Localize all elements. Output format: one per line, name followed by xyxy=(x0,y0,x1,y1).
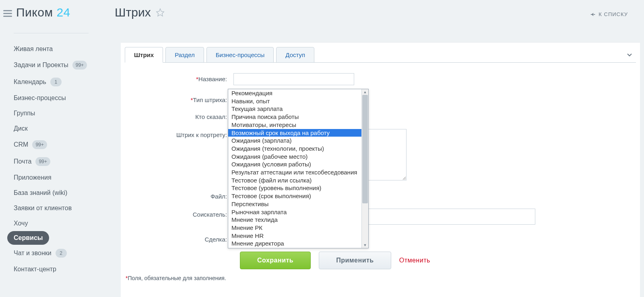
sidebar-item-3[interactable]: Бизнес-процессы xyxy=(14,90,105,106)
tabs: ШтрихРазделБизнес-процессыДоступ xyxy=(121,47,640,62)
dropdown-option[interactable]: Ожидания (технологии, проекты) xyxy=(228,145,361,153)
type-dropdown[interactable]: РекомендацияНавыки, опытТекущая зарплата… xyxy=(228,89,369,248)
dropdown-option[interactable]: Рекомендация xyxy=(228,89,361,97)
label-who: Кто сказал: xyxy=(133,111,233,120)
menu-toggle-icon[interactable] xyxy=(3,10,12,17)
sidebar-item-label: Календарь xyxy=(14,78,46,86)
save-button[interactable]: Сохранить xyxy=(240,252,311,269)
dropdown-option[interactable]: Навыки, опыт xyxy=(228,97,361,105)
sidebar-item-label: Хочу xyxy=(14,220,28,227)
scroll-thumb[interactable] xyxy=(362,95,368,203)
scroll-down-icon[interactable]: ▼ xyxy=(362,242,368,248)
label-portrait: Штрих к портрету: xyxy=(133,129,233,138)
sidebar-badge: 99+ xyxy=(72,61,87,70)
sidebar-item-0[interactable]: Живая лента xyxy=(14,41,105,57)
label-file: Файл: xyxy=(133,190,233,200)
apply-button[interactable]: Применить xyxy=(319,252,391,269)
header: Пиком 24 Штрих К СПИСКУ xyxy=(0,0,644,28)
sidebar: Живая лентаЗадачи и Проекты99+Календарь1… xyxy=(0,28,105,297)
sidebar-item-label: Группы xyxy=(14,110,35,117)
label-type: *Тип штриха: xyxy=(133,94,233,103)
sidebar-item-2[interactable]: Календарь1 xyxy=(14,74,105,90)
sidebar-item-label: Приложения xyxy=(14,174,52,181)
dropdown-option[interactable]: Рыночная зарплата xyxy=(228,208,361,216)
back-arrow-icon xyxy=(590,12,596,17)
sidebar-item-14[interactable]: Контакт-центр xyxy=(14,262,105,277)
app-name-accent: 24 xyxy=(56,6,70,19)
sidebar-item-label: CRM xyxy=(14,141,28,148)
dropdown-option[interactable]: Результат аттестации или техсобеседовани… xyxy=(228,168,361,176)
dropdown-option[interactable]: Тестовое (срок выполнения) xyxy=(228,192,361,200)
sidebar-item-label: Задачи и Проекты xyxy=(14,61,68,69)
required-footnote: *Поля, обязательные для заполнения. xyxy=(126,275,640,281)
sidebar-item-9[interactable]: База знаний (wiki) xyxy=(14,185,105,201)
type-dropdown-list: РекомендацияНавыки, опытТекущая зарплата… xyxy=(228,89,361,248)
cancel-button[interactable]: Отменить xyxy=(399,252,430,269)
sidebar-item-label: Бизнес-процессы xyxy=(14,94,66,102)
label-applicant: Соискатель: xyxy=(133,209,233,218)
sidebar-item-6[interactable]: CRM99+ xyxy=(14,136,105,153)
dropdown-option[interactable]: Мнение директора xyxy=(228,240,361,248)
dropdown-option[interactable]: Ожидания (рабочее место) xyxy=(228,153,361,161)
back-to-list-link[interactable]: К СПИСКУ xyxy=(590,11,628,17)
tabs-more-icon[interactable] xyxy=(627,51,632,58)
tab-3[interactable]: Доступ xyxy=(276,47,314,63)
sidebar-item-label: Чат и звонки xyxy=(14,250,52,257)
sidebar-item-5[interactable]: Диск xyxy=(14,121,105,136)
sidebar-item-4[interactable]: Группы xyxy=(14,106,105,121)
input-name[interactable] xyxy=(233,73,354,85)
sidebar-badge: 1 xyxy=(50,78,62,86)
main-panel: ШтрихРазделБизнес-процессыДоступ *Назван… xyxy=(121,42,640,297)
dropdown-option[interactable]: Возможный срок выхода на работу xyxy=(228,129,361,137)
sidebar-item-label: Сервисы xyxy=(14,234,43,242)
dropdown-option[interactable]: Тестовое (уровень выполнения) xyxy=(228,184,361,192)
page-title: Штрих xyxy=(115,6,151,19)
sidebar-badge: 99+ xyxy=(32,140,47,149)
dropdown-option[interactable]: Ожидания (зарплата) xyxy=(228,137,361,145)
dropdown-option[interactable]: Мнение техлида xyxy=(228,216,361,224)
sidebar-item-13[interactable]: Чат и звонки2 xyxy=(14,245,105,262)
sidebar-item-label: Живая лента xyxy=(14,45,53,53)
tab-1[interactable]: Раздел xyxy=(165,47,204,63)
dropdown-option[interactable]: Тестовое (файл или ссылка) xyxy=(228,176,361,184)
sidebar-item-7[interactable]: Почта99+ xyxy=(14,153,105,170)
sidebar-item-label: База знаний (wiki) xyxy=(14,189,67,197)
app-logo[interactable]: Пиком 24 xyxy=(16,6,70,19)
tab-2[interactable]: Бизнес-процессы xyxy=(206,47,274,63)
dropdown-option[interactable]: Мнение HR xyxy=(228,232,361,240)
dropdown-option[interactable]: Ожидания (условия работы) xyxy=(228,160,361,168)
dropdown-option[interactable]: Мнение РК xyxy=(228,224,361,232)
dropdown-scrollbar[interactable]: ▲ ▼ xyxy=(361,89,368,248)
app-name-main: Пиком xyxy=(16,6,53,19)
sidebar-item-label: Диск xyxy=(14,125,28,132)
back-link-label: К СПИСКУ xyxy=(599,11,628,17)
sidebar-badge: 99+ xyxy=(35,157,50,166)
sidebar-badge: 2 xyxy=(56,249,67,258)
dropdown-option[interactable]: Перспективы xyxy=(228,200,361,208)
dropdown-option[interactable]: Текущая зарплата xyxy=(228,105,361,113)
sidebar-item-label: Заявки от клиентов xyxy=(14,205,72,212)
sidebar-item-label: Контакт-центр xyxy=(14,266,56,273)
sidebar-item-8[interactable]: Приложения xyxy=(14,170,105,185)
scroll-up-icon[interactable]: ▲ xyxy=(362,89,368,95)
sidebar-item-11[interactable]: Хочу xyxy=(14,216,105,231)
sidebar-divider xyxy=(14,33,89,33)
form: *Название: *Тип штриха: (не установлено)… xyxy=(121,63,640,269)
sidebar-item-1[interactable]: Задачи и Проекты99+ xyxy=(14,57,105,74)
dropdown-option[interactable]: Причина поиска работы xyxy=(228,113,361,121)
tab-0[interactable]: Штрих xyxy=(125,47,163,63)
sidebar-item-12[interactable]: Сервисы xyxy=(7,231,49,245)
sidebar-item-10[interactable]: Заявки от клиентов xyxy=(14,201,105,216)
sidebar-item-label: Почта xyxy=(14,158,31,165)
dropdown-option[interactable]: Мотиваторы, интересы xyxy=(228,121,361,129)
label-name: *Название: xyxy=(133,73,233,82)
favorite-star-icon[interactable] xyxy=(156,8,165,17)
label-deal: Сделка: xyxy=(133,234,233,243)
